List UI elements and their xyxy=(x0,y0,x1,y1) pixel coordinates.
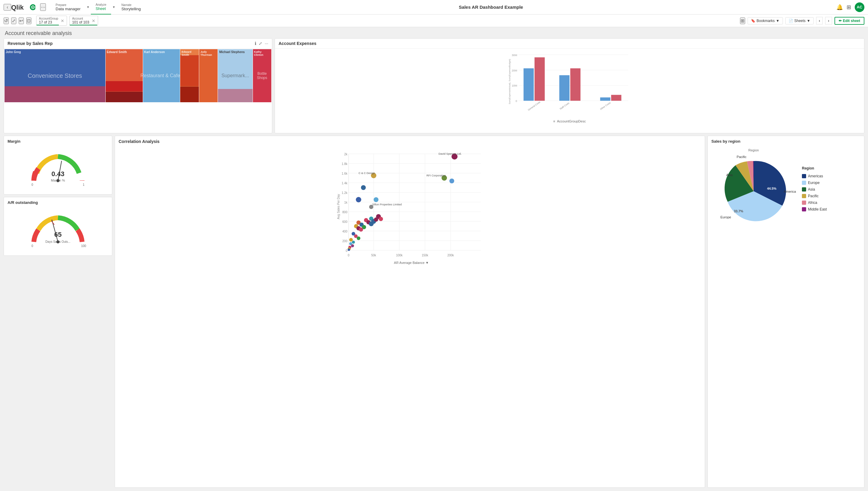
correlation-title: Correlation Analysis xyxy=(119,139,160,144)
legend-asia[interactable]: Asia xyxy=(802,187,827,192)
filter-chip-accountgroup[interactable]: AccountGroup 17 of 23 ✕ xyxy=(36,16,67,26)
treemap-judy-thurman[interactable]: Judy Thurman xyxy=(199,49,218,102)
scatter-point[interactable] xyxy=(351,244,354,247)
svg-text:1.8k: 1.8k xyxy=(342,162,348,166)
bar-chart-area: 30M 20M 10M 0 Sum(ExpenseActual), Sum(Ex… xyxy=(275,49,864,133)
scatter-point[interactable] xyxy=(374,197,379,202)
filter-undo-btn[interactable]: ↩ xyxy=(19,18,24,24)
scatter-point[interactable] xyxy=(352,241,355,244)
scatter-point[interactable] xyxy=(369,221,374,226)
svg-text:30M: 30M xyxy=(511,54,517,57)
treemap-michael-stephens[interactable]: Michael Stephens Supermark... xyxy=(218,49,252,102)
prepare-dropdown[interactable]: ▼ xyxy=(85,0,91,15)
sales-region-chart: Sales by region Region xyxy=(707,136,864,488)
grid-icon[interactable]: ⊞ xyxy=(846,4,851,10)
sheets-btn[interactable]: 📄 Sheets ▼ xyxy=(785,17,814,24)
scatter-point[interactable] xyxy=(357,236,360,240)
filter-chip-account[interactable]: Account 101 of 103 ✕ xyxy=(69,16,98,26)
treemap-bottle-shops-label: Bottle Shops xyxy=(257,71,267,80)
analyze-dropdown[interactable]: ▼ xyxy=(111,0,116,15)
legend-africa[interactable]: Africa xyxy=(802,201,827,205)
filter-expand-btn[interactable]: ⤢ xyxy=(11,18,16,24)
svg-text:Qlik: Qlik xyxy=(11,4,24,11)
filter-snapshot-btn[interactable]: ⊡ xyxy=(26,18,31,24)
legend-middle-east[interactable]: Middle East xyxy=(802,207,827,211)
accountgroup-value: 17 of 23 xyxy=(39,20,58,24)
treemap-judy-label: Judy Thurman xyxy=(200,50,218,56)
pacific-dot xyxy=(802,194,806,198)
edit-sheet-btn[interactable]: ✏ Edit sheet xyxy=(835,17,864,25)
scatter-point[interactable] xyxy=(359,227,363,232)
analyze-label: Analyze xyxy=(96,3,107,6)
margin-widget: Margin 0.43 Margin % xyxy=(4,136,112,195)
bell-icon[interactable]: 🔔 xyxy=(836,4,843,10)
scatter-point[interactable] xyxy=(356,197,361,202)
pacific-label: Pacific xyxy=(808,194,818,198)
ar-gauge-svg: 65 Days Sales Outs... 0 100 xyxy=(28,210,88,250)
svg-text:200k: 200k xyxy=(447,254,454,257)
treemap-container: John Greg Convenience Stores Edward Smit… xyxy=(4,49,272,103)
svg-text:400: 400 xyxy=(342,230,347,233)
africa-dot xyxy=(802,201,806,205)
treemap-edward-smith[interactable]: Edward Smith xyxy=(106,49,143,102)
bar-general-actual[interactable] xyxy=(524,68,534,101)
nav-narrate[interactable]: Narrate Storytelling xyxy=(116,0,145,15)
analyze-value: Sheet xyxy=(96,6,107,11)
avatar[interactable]: AC xyxy=(855,2,864,12)
scatter-point[interactable] xyxy=(348,249,350,251)
treemap-john-greg[interactable]: John Greg Convenience Stores xyxy=(4,49,105,102)
filter-bar: ↺ ⤢ ↩ ⊡ AccountGroup 17 of 23 ✕ Account … xyxy=(0,15,868,27)
svg-text:10M: 10M xyxy=(511,84,517,87)
top-row: Revenue by Sales Rep ℹ ⤢ ··· John Greg C… xyxy=(4,38,864,133)
scatter-point[interactable] xyxy=(379,217,383,221)
legend-pacific[interactable]: Pacific xyxy=(802,194,827,198)
account-close[interactable]: ✕ xyxy=(92,19,95,23)
qlik-logo: Qlik xyxy=(11,3,35,11)
bar-other-budget[interactable] xyxy=(611,95,621,101)
revenue-chart-title: Revenue by Sales Rep xyxy=(7,41,255,46)
revenue-info-btn[interactable]: ℹ xyxy=(255,41,256,46)
more-options-button[interactable]: ··· xyxy=(40,3,46,11)
main-content: Revenue by Sales Rep ℹ ⤢ ··· John Greg C… xyxy=(0,38,868,491)
account-expenses-chart: Account Expenses 30M 20M 10M 0 Sum(Expen… xyxy=(275,38,864,133)
prev-sheet-btn[interactable]: ‹ xyxy=(816,17,823,24)
pie-legend: Region Americas Europe Asia xyxy=(802,166,827,211)
page-title: Account receivable analysis xyxy=(0,27,868,38)
nav-right: 🔔 ⊞ AC xyxy=(836,2,864,12)
prepare-value: Data manager xyxy=(56,7,80,11)
back-button[interactable]: ‹ xyxy=(4,4,11,10)
middle-east-dot xyxy=(802,207,806,211)
pie-area: Region xyxy=(711,146,861,231)
bookmarks-btn[interactable]: 🔖 Bookmarks ▼ xyxy=(748,17,783,24)
svg-text:50k: 50k xyxy=(371,254,376,257)
treemap-kathy-label: Kathy Clinton xyxy=(254,50,271,56)
scatter-point[interactable] xyxy=(349,238,353,241)
revenue-expand-btn[interactable]: ⤢ xyxy=(259,41,262,46)
nav-analyze[interactable]: Analyze Sheet xyxy=(91,0,111,15)
treemap-karl-anderson[interactable]: Karl Anderson Restaurant & Cafes xyxy=(143,49,180,102)
svg-text:Other Costs: Other Costs xyxy=(600,102,612,111)
edit-label: Edit sheet xyxy=(843,19,860,23)
bar-staff-budget[interactable] xyxy=(570,68,581,101)
scatter-point[interactable] xyxy=(361,185,366,190)
svg-text:0: 0 xyxy=(345,249,347,253)
treemap-kathy-clinton[interactable]: Kathy Clinton Bottle Shops xyxy=(253,49,271,102)
nav-prepare[interactable]: Prepare Data manager xyxy=(51,0,85,15)
treemap-edward-smith2[interactable]: Edward Smith xyxy=(180,49,199,102)
svg-text:44.5%: 44.5% xyxy=(767,187,776,190)
account-expenses-header: Account Expenses xyxy=(275,38,864,49)
bar-other-actual[interactable] xyxy=(600,97,611,101)
accountgroup-close[interactable]: ✕ xyxy=(61,19,64,23)
layout-icon[interactable]: ⊞ xyxy=(740,18,745,24)
next-sheet-btn[interactable]: › xyxy=(825,17,832,24)
scatter-point[interactable] xyxy=(449,178,454,183)
legend-europe[interactable]: Europe xyxy=(802,181,827,185)
revenue-menu-btn[interactable]: ··· xyxy=(265,41,268,46)
sheets-label: Sheets xyxy=(794,19,806,23)
legend-americas[interactable]: Americas xyxy=(802,174,827,178)
bar-general-budget[interactable] xyxy=(534,57,545,101)
filter-back-btn[interactable]: ↺ xyxy=(4,18,9,24)
sheets-chevron: ▼ xyxy=(807,19,810,23)
ar-outstanding-widget: A/R outstanding xyxy=(4,197,112,256)
bar-staff-actual[interactable] xyxy=(559,75,569,101)
